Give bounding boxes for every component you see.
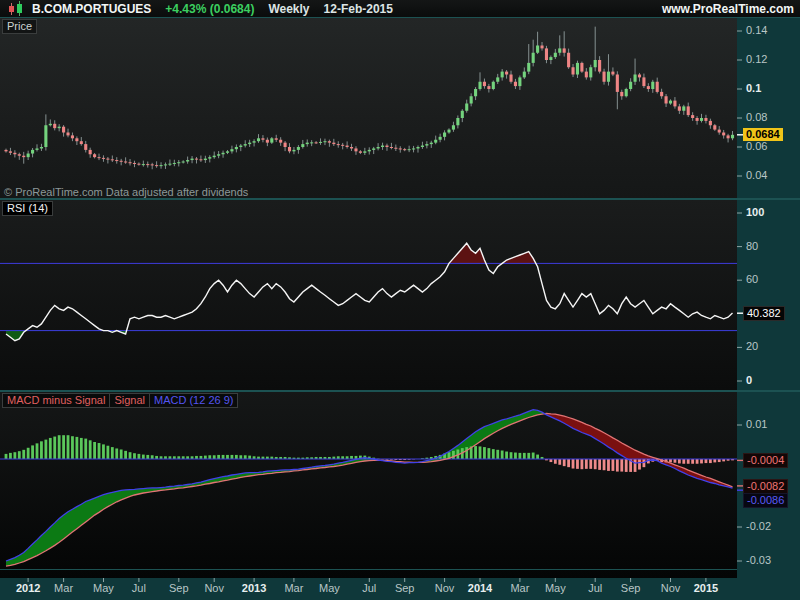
candlestick-icon: [8, 1, 24, 16]
price-panel-label[interactable]: Price: [2, 19, 37, 34]
date-label: 12-Feb-2015: [324, 2, 393, 16]
signal-label[interactable]: Signal: [110, 393, 150, 408]
macd-label[interactable]: MACD (12 26 9): [150, 393, 238, 408]
macd-minus-signal-label[interactable]: MACD minus Signal: [2, 393, 110, 408]
symbol-title[interactable]: B.COM.PORTUGUES: [32, 2, 151, 16]
site-link[interactable]: www.ProRealTime.com: [662, 2, 794, 16]
copyright-text: © ProRealTime.com Data adjusted after di…: [4, 186, 248, 198]
macd-panel-labels: MACD minus Signal Signal MACD (12 26 9): [2, 393, 238, 408]
title-bar: B.COM.PORTUGUES +4.43% (0.0684) Weekly 1…: [0, 0, 800, 17]
timeframe-label[interactable]: Weekly: [268, 2, 309, 16]
price-change: +4.43% (0.0684): [165, 2, 254, 16]
chart-window: B.COM.PORTUGUES +4.43% (0.0684) Weekly 1…: [0, 0, 800, 600]
chart-canvas[interactable]: [0, 0, 800, 600]
rsi-panel-label[interactable]: RSI (14): [2, 201, 53, 216]
